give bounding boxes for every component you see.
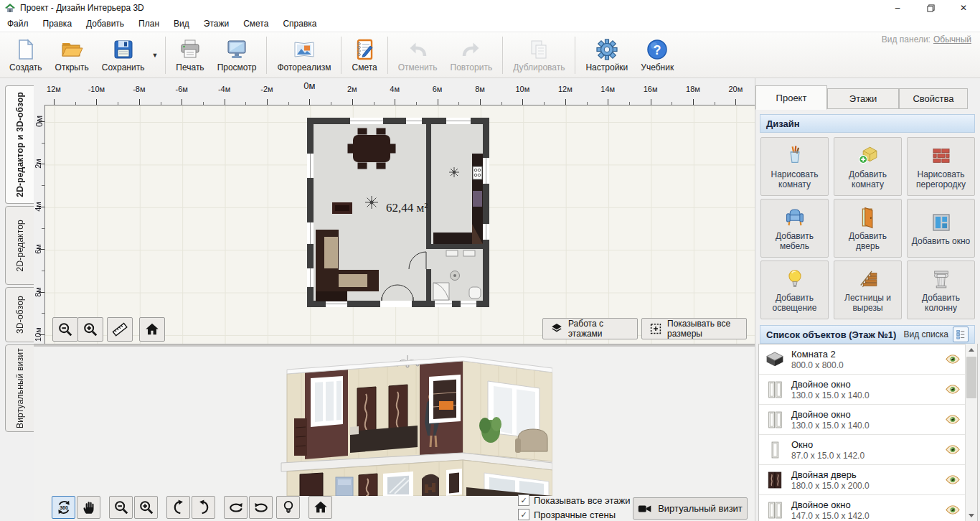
- show-all-floors-checkbox[interactable]: ✓Показывать все этажи: [518, 494, 630, 506]
- new-button[interactable]: Создать: [3, 36, 49, 74]
- menu-item[interactable]: Правка: [36, 16, 80, 32]
- object-name: Двойное окно: [791, 379, 870, 390]
- object-name: Двойное окно: [791, 409, 870, 420]
- preview-button[interactable]: Просмотр: [211, 36, 263, 74]
- add-furniture-icon: [783, 205, 807, 230]
- transparent-walls-checkbox[interactable]: ✓Прозрачные стены: [518, 509, 616, 520]
- double-window-object-icon: [765, 380, 785, 400]
- plan-2d-canvas[interactable]: 62,44 м² Работа с этажами Показывать все…: [44, 105, 755, 344]
- show-all-sizes-button[interactable]: Показывать все размеры: [641, 318, 747, 339]
- design-button-2[interactable]: Нарисовать перегородку: [907, 137, 975, 196]
- scroll-thumb[interactable]: [966, 357, 976, 398]
- object-row-3[interactable]: Окно87.0 x 15.0 x 142.0: [759, 435, 977, 465]
- list-view-button[interactable]: [953, 327, 969, 342]
- scroll-down-arrow[interactable]: [966, 510, 977, 521]
- toolbar-separator: [341, 37, 341, 74]
- preview-monitor-icon: [225, 38, 248, 61]
- design-button-1[interactable]: Добавить комнату: [834, 137, 902, 196]
- menu-item[interactable]: Добавить: [79, 16, 131, 32]
- tab-virtual-visit[interactable]: Виртуальный визит: [5, 344, 34, 432]
- home-view-button[interactable]: [308, 496, 332, 519]
- save-button[interactable]: Сохранить: [95, 36, 151, 74]
- settings-button[interactable]: Настройки: [579, 36, 634, 74]
- design-button-5[interactable]: Добавить окно: [907, 199, 975, 258]
- tutorial-button[interactable]: Учебник: [634, 36, 680, 74]
- menu-item[interactable]: Этажи: [197, 16, 236, 32]
- eye-icon[interactable]: [946, 445, 960, 454]
- scroll-up-arrow[interactable]: [966, 344, 977, 356]
- tab-properties[interactable]: Свойства: [899, 88, 968, 109]
- object-row-2[interactable]: Двойное окно130.0 x 15.0 x 140.0: [759, 405, 977, 435]
- checkbox-checked-icon: ✓: [518, 509, 529, 520]
- design-button-6[interactable]: Добавить освещение: [760, 260, 829, 319]
- left-tab-strip: 2D-редактор и 3D-обзор 2D-редактор 3D-об…: [0, 78, 34, 521]
- menu-item[interactable]: Справка: [275, 16, 324, 32]
- estimate-button[interactable]: Смета: [345, 36, 383, 74]
- ruler-label-h: 18м: [686, 85, 700, 93]
- object-row-1[interactable]: Двойное окно130.0 x 15.0 x 140.0: [759, 375, 977, 405]
- object-row-5[interactable]: Двойное окно147.0 x 15.0 x 142.0: [759, 495, 977, 521]
- floors-button[interactable]: Работа с этажами: [542, 318, 638, 339]
- eye-icon[interactable]: [946, 385, 960, 394]
- object-row-4[interactable]: Двойная дверь180.0 x 15.0 x 200.0: [759, 465, 977, 495]
- rotate-down-button[interactable]: [192, 496, 215, 519]
- zoom-in-2d-button[interactable]: [77, 317, 103, 342]
- tab-project[interactable]: Проект: [755, 85, 827, 110]
- eye-icon[interactable]: [946, 475, 960, 484]
- ruler-label-h: 4м: [390, 85, 400, 93]
- menu-item[interactable]: Файл: [0, 16, 36, 32]
- close-button[interactable]: ✕: [947, 0, 980, 16]
- fit-view-2d-button[interactable]: [139, 317, 165, 342]
- duplicate-button[interactable]: Дублировать: [507, 36, 571, 74]
- redo-icon: [460, 38, 483, 61]
- zoom-in-3d-button[interactable]: [134, 496, 158, 519]
- orbit-right-button[interactable]: [249, 496, 273, 519]
- eye-icon[interactable]: [946, 505, 960, 515]
- ruler-label-h: 10м: [515, 85, 529, 93]
- pan-button[interactable]: [77, 496, 100, 519]
- open-button[interactable]: Открыть: [49, 36, 95, 74]
- design-button-8[interactable]: Добавить колонну: [907, 260, 975, 319]
- design-button-3[interactable]: Добавить мебель: [760, 199, 829, 258]
- object-dimensions: 87.0 x 15.0 x 142.0: [791, 451, 864, 461]
- tab-2d-editor[interactable]: 2D-редактор: [5, 206, 34, 285]
- object-list-scrollbar[interactable]: [965, 344, 977, 521]
- zoom-out-2d-button[interactable]: [52, 317, 78, 342]
- double-window-object-icon: [765, 500, 785, 520]
- light-button[interactable]: [276, 496, 300, 519]
- tab-3d-view[interactable]: 3D-обзор: [5, 287, 34, 342]
- design-button-7[interactable]: Лестницы и вырезы: [834, 260, 902, 319]
- view-3d[interactable]: ✓Показывать все этажи ✓Прозрачные стены …: [34, 347, 755, 521]
- floor-plan[interactable]: 62,44 м²: [306, 116, 491, 309]
- redo-button[interactable]: Повторить: [444, 36, 499, 74]
- tab-floors[interactable]: Этажи: [827, 88, 899, 109]
- restore-button[interactable]: [914, 0, 947, 16]
- zoom-out-3d-button[interactable]: [109, 496, 133, 519]
- ruler-label-h: -6м: [176, 85, 188, 93]
- panel-view-link[interactable]: Обычный: [933, 34, 971, 44]
- toolbar-separator: [387, 37, 388, 74]
- eye-icon[interactable]: [946, 355, 960, 364]
- design-button-4[interactable]: Добавить дверь: [834, 199, 902, 258]
- view-360-button[interactable]: [52, 496, 75, 519]
- photorealism-button[interactable]: Фотореализм: [270, 36, 337, 74]
- ruler-label-h: -2м: [260, 85, 273, 93]
- add-light-icon: [783, 267, 807, 291]
- add-window-icon: [929, 210, 953, 235]
- object-row-0[interactable]: Комната 2800.0 x 800.0: [759, 344, 977, 375]
- menu-item[interactable]: План: [131, 16, 166, 32]
- rotate-up-button[interactable]: [166, 496, 190, 519]
- tab-2d-3d[interactable]: 2D-редактор и 3D-обзор: [5, 85, 35, 204]
- undo-button[interactable]: Отменить: [392, 36, 444, 74]
- measure-button[interactable]: [107, 317, 133, 342]
- window-title: Проект - Дизайн Интерьера 3D: [20, 3, 144, 13]
- menu-item[interactable]: Смета: [236, 16, 275, 32]
- print-button[interactable]: Печать: [169, 36, 210, 74]
- design-button-0[interactable]: Нарисовать комнату: [760, 137, 829, 196]
- virtual-visit-button[interactable]: Виртуальный визит: [633, 497, 748, 520]
- eye-icon[interactable]: [946, 415, 960, 424]
- menu-item[interactable]: Вид: [166, 16, 197, 32]
- minimize-button[interactable]: –: [881, 0, 914, 16]
- orbit-left-button[interactable]: [224, 496, 248, 519]
- restore-icon: [927, 4, 935, 12]
